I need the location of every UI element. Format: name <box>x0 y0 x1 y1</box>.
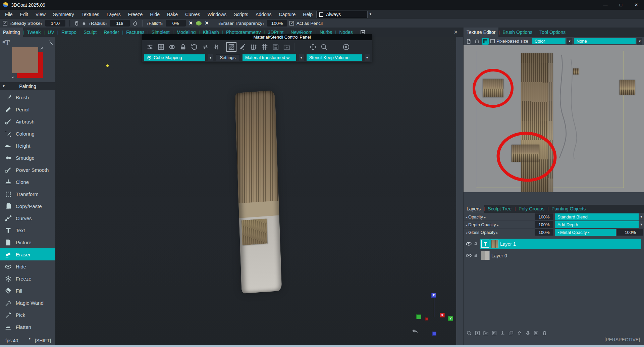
visibility-eye-icon[interactable] <box>466 252 472 259</box>
tool-item-power-smooth[interactable]: Power Smooth <box>0 164 55 176</box>
search-icon[interactable] <box>466 330 472 336</box>
swap-vertical-button[interactable] <box>211 42 221 52</box>
warped-grid-button[interactable] <box>249 42 259 52</box>
workspace-tab-render[interactable]: Render <box>101 28 122 37</box>
tool-item-coloring[interactable]: Coloring <box>0 128 55 140</box>
menu-item-windows[interactable]: Windows <box>204 10 230 19</box>
tool-item-hide[interactable]: Hide <box>0 260 55 272</box>
lock-icon[interactable] <box>474 253 478 258</box>
move-cross-button[interactable] <box>308 42 318 52</box>
pan-cross-button[interactable] <box>330 42 340 52</box>
opacity-value[interactable]: 100% <box>535 213 553 220</box>
pen-pressure-icon[interactable] <box>132 20 138 26</box>
act-as-pencil-checkbox[interactable] <box>289 21 294 26</box>
tool-section-header[interactable]: ▼ Painting <box>0 82 55 90</box>
falloff-reset-icon[interactable]: ✕ <box>188 20 194 26</box>
act-as-pencil-label[interactable]: Act as Pencil <box>297 21 323 26</box>
tool-item-fill[interactable]: Fill <box>0 285 55 297</box>
layers-tab-layers[interactable]: Layers <box>464 204 484 213</box>
tool-item-flatten[interactable]: Flatten <box>0 321 55 333</box>
lock-icon[interactable] <box>474 242 478 246</box>
always-dropdown[interactable]: Always <box>316 11 368 18</box>
straight-grid-button[interactable] <box>260 42 270 52</box>
adjust-sliders-button[interactable] <box>145 42 155 52</box>
stencil-mode-dropdown[interactable]: Stencil Keep Volume <box>307 54 362 61</box>
add-folder-icon[interactable] <box>483 330 489 336</box>
falloff-label[interactable]: Falloff <box>146 21 163 26</box>
tool-item-height[interactable]: Height <box>0 140 55 152</box>
lock-button[interactable] <box>178 42 188 52</box>
menu-item-textures[interactable]: Textures <box>78 10 103 19</box>
layer-row-layer-0[interactable]: Layer 0 <box>464 250 644 261</box>
menu-item-edit[interactable]: Edit <box>16 10 32 19</box>
tool-item-transform[interactable]: Transform <box>0 188 55 200</box>
mouse-bind-icon[interactable] <box>74 20 79 26</box>
move-up-icon[interactable] <box>517 330 522 336</box>
delete-layer-icon[interactable] <box>542 330 547 336</box>
panel-tab-tool-options[interactable]: Tool Options <box>536 28 569 37</box>
menu-item-scripts[interactable]: Scripts <box>230 10 252 19</box>
tool-item-picture[interactable]: Picture <box>0 236 55 248</box>
minimize-button[interactable]: — <box>598 0 613 10</box>
edit-pencil-button[interactable] <box>237 42 248 52</box>
menu-item-file[interactable]: File <box>1 10 16 19</box>
workspace-tab-tweak[interactable]: Tweak <box>24 28 44 37</box>
depth-blend-dropdown[interactable]: Add Depth <box>555 221 639 228</box>
workspace-tab-uv[interactable]: UV <box>45 28 57 37</box>
blend-mode-dropdown[interactable]: Standard Blend <box>555 213 639 220</box>
pixel-based-checkbox[interactable] <box>490 39 495 43</box>
stencil-hatch-button[interactable] <box>226 42 236 52</box>
tool-item-clone[interactable]: Clone <box>0 176 55 188</box>
depth-opacity-value[interactable]: 100% <box>535 221 553 228</box>
menu-item-layers[interactable]: Layers <box>103 10 124 19</box>
opacity-label[interactable]: Opacity <box>464 214 535 219</box>
tool-item-copy-paste[interactable]: Copy/Paste <box>0 200 55 212</box>
tool-item-eraser[interactable]: Eraser <box>0 248 55 260</box>
3d-viewport[interactable]: Z X Y <box>55 37 456 345</box>
status-caret-icon[interactable]: ▼ <box>28 337 31 340</box>
steady-stroke-checkbox[interactable] <box>3 21 7 26</box>
visibility-eye-icon[interactable] <box>466 241 472 247</box>
stroke-preview-icon[interactable] <box>196 21 202 26</box>
close-panel-icon[interactable]: ✕ <box>453 29 458 35</box>
panel-tab-brush-options[interactable]: Brush Options <box>500 28 536 37</box>
radius-label[interactable]: Radius <box>89 21 107 26</box>
layers-tab-sculpt-tree[interactable]: Sculpt Tree <box>485 204 515 213</box>
tool-item-freeze[interactable]: Freeze <box>0 272 55 285</box>
menu-item-bake[interactable]: Bake <box>163 10 181 19</box>
material-mode-dropdown[interactable]: Material transformed w <box>243 54 296 61</box>
axis-z-label[interactable]: Z <box>431 293 436 298</box>
swap-horizontal-button[interactable] <box>200 42 210 52</box>
layer-body[interactable]: Layer 0 <box>480 250 641 261</box>
depth-blend-caret-icon[interactable]: ▼ <box>639 221 644 228</box>
undo-rotate-button[interactable] <box>297 42 307 52</box>
home-icon[interactable] <box>474 38 480 45</box>
tool-item-smudge[interactable]: Smudge <box>0 152 55 164</box>
eraser-transparency-value[interactable]: 100% <box>267 20 287 27</box>
maximize-button[interactable]: □ <box>613 0 629 10</box>
rotate-ccw-button[interactable] <box>189 42 199 52</box>
settings-button[interactable]: Settings <box>216 54 240 61</box>
tool-item-pencil[interactable]: Pencil <box>0 103 55 115</box>
cube-mapping-dropdown[interactable]: Cube Mapping <box>144 54 205 61</box>
tool-item-pick[interactable]: Pick <box>0 309 55 321</box>
always-checkbox[interactable] <box>319 12 323 17</box>
menu-item-capture[interactable]: Capture <box>275 10 299 19</box>
duplicate-layer-icon[interactable] <box>508 330 514 336</box>
workspace-tab-sculpt[interactable]: Sculpt <box>80 28 100 37</box>
brush-preview-icon[interactable] <box>48 39 55 46</box>
workspace-tab-painting[interactable]: Painting <box>0 28 23 37</box>
menu-item-help[interactable]: Help <box>299 10 316 19</box>
depth-opacity-label[interactable]: Depth Opacity <box>464 222 535 227</box>
close-button[interactable]: ✕ <box>629 0 644 10</box>
record-layer-icon[interactable] <box>491 330 497 336</box>
clear-layer-icon[interactable] <box>533 330 539 336</box>
tool-item-brush[interactable]: Brush <box>0 91 55 103</box>
falloff-value[interactable]: 0% <box>166 20 186 27</box>
menu-item-freeze[interactable]: Freeze <box>124 10 147 19</box>
tool-item-airbrush[interactable]: Airbrush <box>0 115 55 128</box>
overlay-dropdown[interactable]: None <box>574 38 636 44</box>
tool-item-text[interactable]: Text <box>0 224 55 236</box>
grid-button[interactable] <box>156 42 166 52</box>
save-button[interactable] <box>271 42 281 52</box>
